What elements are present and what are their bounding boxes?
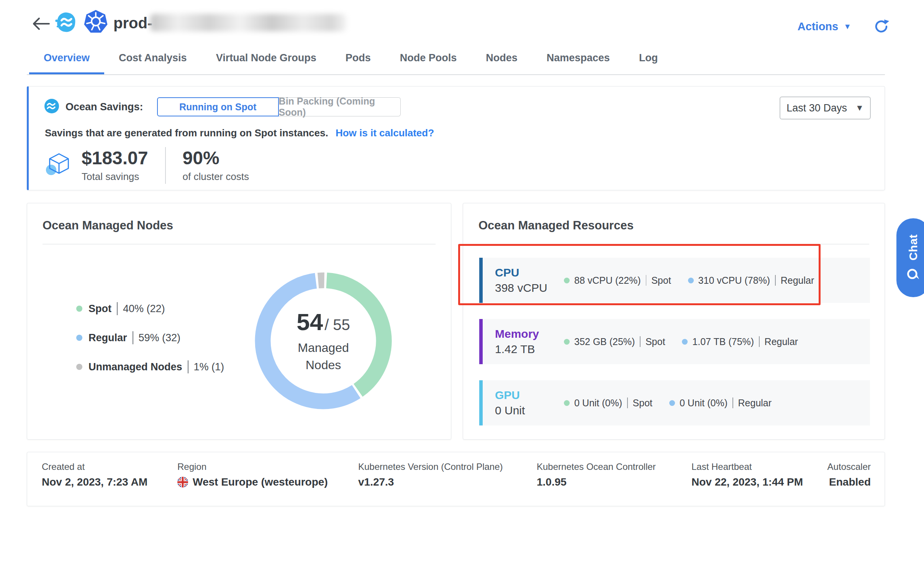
tab-bar: Overview Cost Analysis Virtual Node Grou… — [27, 44, 885, 75]
stat-divider — [775, 275, 776, 286]
legend-item-unmanaged: Unmanaged Nodes 1% (1) — [76, 360, 224, 373]
cpu-total: 398 vCPU — [495, 281, 564, 294]
memory-name: Memory — [495, 327, 564, 340]
legend-divider — [117, 302, 118, 315]
managed-nodes-title: Ocean Managed Nodes — [43, 219, 173, 232]
chat-label: Chat — [907, 234, 920, 261]
legend-label: Unmanaged Nodes — [88, 361, 182, 373]
legend-value: 1% (1) — [194, 361, 224, 373]
total-savings-metric: $183.07 Total savings — [82, 148, 148, 183]
footer-label: Region — [177, 461, 206, 472]
region-value: West Europe (westeurope) — [193, 476, 328, 488]
cpu-regular-stat: 310 vCPU (78%) Regular — [688, 275, 814, 286]
footer-value: West Europe (westeurope) — [177, 476, 328, 488]
gpu-regular-stat: 0 Unit (0%) Regular — [669, 398, 772, 409]
regular-dot-icon — [669, 400, 675, 406]
stat-label: Spot — [651, 275, 671, 286]
header: prod- Actions ▼ — [0, 0, 924, 44]
period-dropdown[interactable]: Last 30 Days ▼ — [780, 97, 871, 119]
actions-button[interactable]: Actions ▼ — [798, 20, 851, 33]
metric-divider — [165, 147, 166, 184]
tab-pods[interactable]: Pods — [331, 44, 385, 74]
chat-button[interactable]: Chat — [896, 218, 924, 297]
savings-description: Savings that are generated from running … — [45, 127, 328, 139]
cpu-spot-stat: 88 vCPU (22%) Spot — [564, 275, 671, 286]
cluster-costs-label: of cluster costs — [183, 171, 249, 183]
regular-dot-icon — [682, 339, 688, 345]
ocean-wave-icon — [44, 98, 59, 115]
footer-label: Autoscaler — [827, 461, 871, 472]
chat-bubble-icon — [906, 267, 920, 281]
tab-node-pools[interactable]: Node Pools — [385, 44, 472, 74]
nodes-legend: Spot 40% (22) Regular 59% (32) Unmanaged… — [76, 302, 224, 373]
stat-value: 310 vCPU (78%) — [698, 275, 770, 286]
footer-label: Created at — [42, 461, 85, 472]
regular-dot-icon — [76, 335, 82, 341]
uk-flag-icon — [177, 477, 188, 487]
gpu-spot-stat: 0 Unit (0%) Spot — [564, 398, 652, 409]
back-arrow-icon[interactable] — [31, 16, 51, 31]
managed-count: 54 — [297, 308, 323, 335]
ocean-savings-panel: Ocean Savings: Running on Spot Bin Packi… — [27, 86, 885, 190]
ocean-managed-nodes-panel: Ocean Managed Nodes Spot 40% (22) Regula… — [27, 203, 451, 440]
footer-label: Last Heartbeat — [691, 461, 752, 472]
running-on-spot-toggle[interactable]: Running on Spot — [157, 97, 279, 116]
bin-packing-toggle[interactable]: Bin Packing (Coming Soon) — [279, 97, 401, 116]
donut-sub-line1: Managed — [298, 339, 349, 357]
stat-divider — [640, 336, 641, 347]
refresh-icon[interactable] — [873, 18, 890, 34]
legend-item-regular: Regular 59% (32) — [76, 331, 224, 344]
footer-value: Nov 22, 2023, 1:44 PM — [691, 476, 803, 488]
kubernetes-logo-icon — [84, 9, 108, 35]
savings-toggle: Running on Spot Bin Packing (Coming Soon… — [157, 97, 401, 116]
page-title: prod- — [113, 15, 152, 32]
memory-total: 1.42 TB — [495, 343, 564, 356]
tab-overview[interactable]: Overview — [29, 44, 104, 74]
footer-value: v1.27.3 — [358, 476, 394, 488]
total-savings-value: $183.07 — [82, 148, 148, 168]
stat-value: 1.07 TB (75%) — [692, 336, 754, 347]
cluster-costs-value: 90% — [183, 148, 249, 168]
divider — [478, 244, 869, 244]
divider — [43, 244, 436, 244]
tab-log[interactable]: Log — [624, 44, 672, 74]
stat-value: 0 Unit (0%) — [574, 398, 622, 409]
stat-divider — [732, 398, 733, 408]
memory-spot-stat: 352 GB (25%) Spot — [564, 336, 665, 347]
tab-nodes[interactable]: Nodes — [471, 44, 532, 74]
chevron-down-icon: ▼ — [844, 23, 851, 30]
stat-value: 0 Unit (0%) — [680, 398, 727, 409]
memory-regular-stat: 1.07 TB (75%) Regular — [682, 336, 798, 347]
spot-dot-icon — [76, 306, 82, 312]
tab-cost-analysis[interactable]: Cost Analysis — [104, 44, 202, 74]
legend-divider — [133, 331, 133, 344]
regular-dot-icon — [688, 278, 694, 283]
spot-dot-icon — [564, 339, 570, 345]
legend-value: 59% (32) — [139, 332, 181, 344]
how-calculated-link[interactable]: How is it calculated? — [336, 127, 434, 139]
ocean-logo-icon — [54, 11, 77, 35]
ocean-managed-resources-panel: Ocean Managed Resources CPU 398 vCPU 88 … — [463, 203, 885, 440]
gpu-name: GPU — [495, 389, 564, 402]
donut-center-label: 54 / 55 Managed Nodes — [251, 268, 396, 414]
resource-row-memory: Memory 1.42 TB 352 GB (25%) Spot 1.07 TB… — [479, 319, 870, 364]
stat-divider — [759, 336, 760, 347]
stat-divider — [627, 398, 628, 408]
legend-divider — [188, 360, 188, 373]
actions-label: Actions — [798, 20, 838, 33]
cluster-costs-metric: 90% of cluster costs — [183, 148, 249, 183]
chevron-down-icon: ▼ — [855, 104, 864, 112]
tab-namespaces[interactable]: Namespaces — [532, 44, 624, 74]
footer-value: Nov 2, 2023, 7:23 AM — [42, 476, 147, 488]
memory-accent-bar — [479, 319, 483, 364]
cluster-info-footer: Created at Nov 2, 2023, 7:23 AM Region W… — [27, 452, 885, 506]
resource-row-gpu: GPU 0 Unit 0 Unit (0%) Spot 0 Unit (0%) … — [479, 380, 870, 425]
ocean-savings-label: Ocean Savings: — [66, 101, 143, 113]
legend-label: Spot — [88, 303, 111, 315]
legend-label: Regular — [88, 332, 127, 344]
stat-value: 88 vCPU (22%) — [574, 275, 641, 286]
stat-label: Regular — [765, 336, 798, 347]
tab-virtual-node-groups[interactable]: Virtual Node Groups — [202, 44, 331, 74]
footer-label: Kubernetes Ocean Controller — [537, 461, 656, 472]
cpu-accent-bar — [479, 258, 483, 303]
